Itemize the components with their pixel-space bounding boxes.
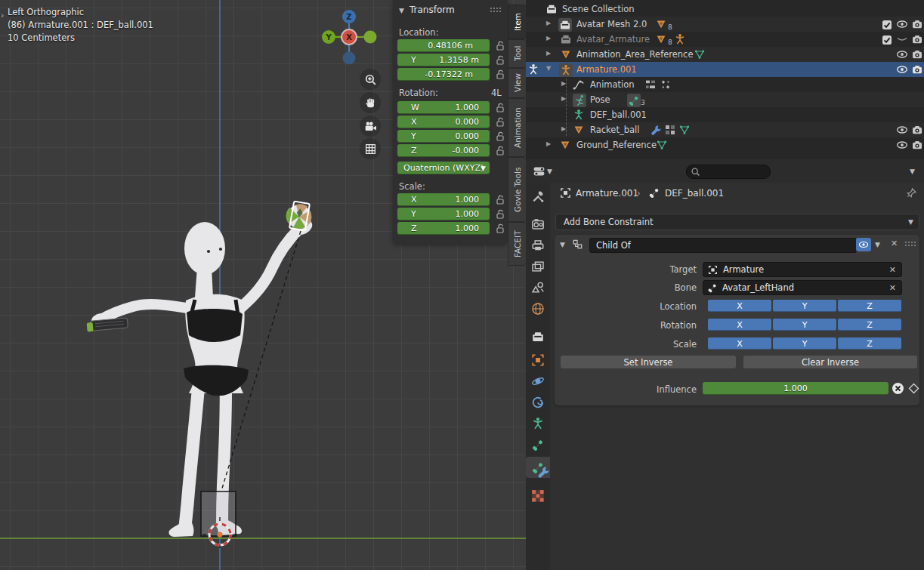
toggle-grid-button[interactable] [360, 138, 381, 159]
tab-faceit[interactable]: FACEIT [508, 222, 526, 266]
constraint-name-field[interactable]: Child Of [589, 238, 857, 253]
clear-animation-icon[interactable] [892, 382, 904, 395]
target-field[interactable]: Armature ✕ [703, 262, 902, 277]
outliner-row-pose[interactable]: ▶ Pose 3 [526, 92, 924, 107]
tab-object-constraints-icon[interactable] [531, 396, 545, 409]
set-inverse-button[interactable]: Set Inverse [561, 356, 736, 369]
tab-bone-constraint-wrench-icon[interactable] [536, 465, 550, 479]
eye-icon[interactable] [896, 139, 908, 151]
scale-z-field[interactable]: Z1.000 [397, 222, 490, 235]
rotation-lock-badge[interactable]: 4L [491, 88, 502, 98]
panel-drag-grip[interactable] [490, 7, 502, 13]
clear-inverse-button[interactable]: Clear Inverse [743, 356, 917, 369]
camera-icon[interactable] [911, 48, 923, 60]
outliner-row-scene-collection[interactable]: Scene Collection [526, 2, 924, 17]
location-x-field[interactable]: 0.48106 m [397, 39, 490, 52]
tab-govie-tools[interactable]: Govie Tools [508, 157, 526, 222]
selectable-checkbox-icon[interactable] [881, 19, 893, 31]
panel-collapse-chevron[interactable]: ▼ [399, 7, 404, 14]
outliner-row-ground-reference[interactable]: ▶ Ground_Reference [526, 137, 924, 153]
rotation-y-field[interactable]: Y0.000 [397, 130, 490, 143]
camera-icon[interactable] [911, 18, 923, 30]
scale-z-toggle[interactable]: Z [838, 337, 901, 350]
eye-icon[interactable] [896, 48, 908, 60]
outliner-row-animation-area-reference[interactable]: ▶ Animation_Area_Reference [526, 47, 924, 62]
tab-scene-icon[interactable] [531, 281, 545, 294]
rotation-z-field[interactable]: Z-0.000 [397, 144, 490, 157]
tab-animation[interactable]: Animation [508, 98, 526, 157]
constraint-enable-eye-button[interactable] [856, 238, 871, 251]
camera-icon[interactable] [911, 124, 923, 136]
eye-icon[interactable] [896, 124, 908, 136]
rotation-x-toggle[interactable]: X [708, 319, 771, 331]
zoom-button[interactable] [360, 69, 381, 90]
tab-item[interactable]: Item [508, 5, 526, 39]
gizmo-y-neg-ball[interactable] [364, 31, 377, 44]
editor-type-icon[interactable] [532, 165, 547, 177]
scale-y-toggle[interactable]: Y [773, 337, 836, 350]
toolbar-collapse-arrow[interactable]: › [1, 11, 4, 20]
location-y-toggle[interactable]: Y [773, 300, 836, 312]
outliner-row-armature-001[interactable]: ▼ Armature.001 [526, 62, 924, 77]
clear-bone-icon[interactable]: ✕ [889, 283, 896, 293]
breadcrumb-object[interactable]: Armature.001 [576, 188, 638, 199]
eye-icon[interactable] [896, 18, 908, 30]
outliner-row-avatar-armature[interactable]: ▶ Avatar_Armature 8 [526, 32, 924, 47]
outliner-row-racket-ball[interactable]: ▶ Racket_ball [526, 122, 924, 137]
selectable-checkbox-icon[interactable] [881, 34, 893, 46]
constraint-extras-chevron-icon[interactable]: ▼ [875, 241, 880, 248]
scale-x-toggle[interactable]: X [708, 337, 771, 350]
scale-x-field[interactable]: X1.000 [397, 193, 490, 206]
tab-bone-icon[interactable] [531, 438, 545, 451]
tab-texture-icon[interactable] [531, 489, 545, 503]
camera-icon[interactable] [911, 63, 923, 75]
pin-icon[interactable] [905, 187, 917, 199]
influence-slider[interactable]: 1.000 [703, 382, 888, 395]
rotation-w-field[interactable]: W1.000 [397, 101, 490, 114]
location-z-field[interactable]: -0.17322 m [397, 68, 490, 81]
axis-gizmo[interactable]: Z Y X [321, 9, 377, 68]
mannequin-figure[interactable] [91, 217, 315, 537]
rotation-mode-dropdown[interactable]: Quaternion (WXYZ)▼ [397, 162, 490, 174]
expand-arrow-icon[interactable]: ▶ [561, 125, 566, 132]
camera-view-button[interactable] [360, 116, 381, 137]
tab-object-data-icon[interactable] [531, 417, 545, 430]
tab-collection-icon[interactable] [531, 330, 545, 344]
delete-constraint-icon[interactable]: ✕ [891, 239, 898, 248]
reference-box-object[interactable] [201, 491, 236, 536]
rotation-y-toggle[interactable]: Y [773, 319, 836, 331]
location-y-field[interactable]: Y1.3158 m [397, 54, 490, 66]
eye-closed-icon[interactable] [896, 33, 908, 45]
expand-arrow-icon[interactable]: ▶ [561, 80, 566, 87]
scale-y-field[interactable]: Y1.000 [397, 208, 490, 220]
constraint-drag-grip[interactable] [904, 241, 916, 247]
rotation-z-toggle[interactable]: Z [838, 319, 901, 331]
eye-icon[interactable] [896, 63, 908, 75]
expand-arrow-icon[interactable]: ▶ [546, 140, 551, 147]
tab-tool[interactable]: Tool [508, 39, 526, 68]
transform-panel-title[interactable]: Transform [409, 5, 455, 15]
tab-output-icon[interactable] [531, 239, 545, 252]
search-input[interactable] [686, 165, 771, 179]
tab-tool-icon[interactable] [531, 189, 545, 203]
bone-field[interactable]: Avatar_LeftHand ✕ [703, 280, 902, 295]
gizmo-z-neg-ball[interactable] [343, 52, 356, 65]
outliner-row-avatar-mesh[interactable]: ▶ Avatar Mesh 2.0 8 [526, 17, 924, 32]
expand-arrow-icon[interactable]: ▶ [561, 95, 566, 102]
camera-icon[interactable] [911, 33, 923, 45]
pan-hand-button[interactable] [360, 92, 381, 113]
location-z-toggle[interactable]: Z [838, 300, 901, 312]
collapse-arrow-icon[interactable]: ▼ [546, 65, 551, 72]
tab-world-icon[interactable] [531, 302, 545, 316]
tab-object-icon[interactable] [531, 353, 545, 367]
expand-arrow-icon[interactable]: ▶ [546, 50, 551, 57]
location-x-toggle[interactable]: X [708, 300, 771, 312]
expand-arrow-icon[interactable]: ▶ [546, 20, 551, 26]
panel-collapse-chevron[interactable]: ▼ [560, 241, 565, 248]
header-options-chevron-icon[interactable]: ▼ [910, 168, 915, 175]
chevron-down-icon[interactable]: ▼ [547, 168, 552, 175]
tab-view[interactable]: View [508, 68, 526, 98]
outliner-row-def-ball[interactable]: DEF_ball.001 [526, 107, 924, 122]
tab-render-icon[interactable] [531, 217, 545, 231]
camera-icon[interactable] [911, 139, 923, 151]
